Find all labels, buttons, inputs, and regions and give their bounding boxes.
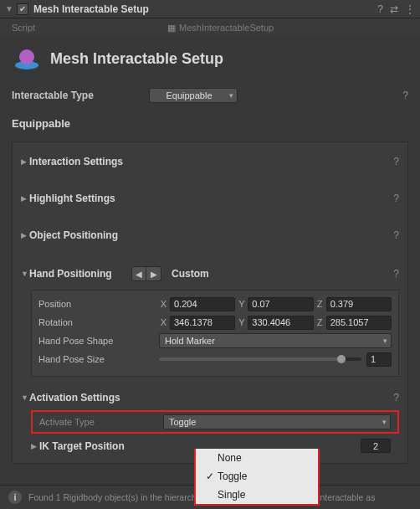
slider-thumb[interactable] bbox=[337, 355, 346, 363]
position-label: Position bbox=[38, 299, 159, 309]
hand-pose-shape-label: Hand Pose Shape bbox=[38, 336, 159, 346]
panel-big-title: Mesh Interactable Setup bbox=[50, 50, 223, 68]
object-positioning-foldout[interactable]: ▶ Object Positioning ? bbox=[13, 224, 407, 246]
svg-point-1 bbox=[19, 49, 34, 64]
hand-pose-size-slider[interactable] bbox=[159, 357, 361, 361]
preset-icon[interactable]: ⇄ bbox=[390, 3, 398, 15]
interactable-type-dropdown[interactable]: Equippable bbox=[149, 88, 238, 103]
activate-type-highlight: Activate Type Toggle bbox=[31, 410, 399, 434]
chevron-right-icon: ▶ bbox=[31, 442, 39, 450]
activate-option-single[interactable]: Single bbox=[196, 486, 318, 504]
help-icon[interactable]: ? bbox=[393, 156, 399, 167]
ik-target-count-input[interactable] bbox=[361, 439, 391, 453]
help-icon[interactable]: ? bbox=[393, 229, 399, 241]
chevron-right-icon: ▶ bbox=[21, 157, 29, 166]
more-icon[interactable]: ⋮ bbox=[405, 3, 415, 15]
rotation-z-input[interactable] bbox=[326, 316, 392, 330]
help-icon[interactable]: ? bbox=[377, 3, 383, 15]
position-y-input[interactable] bbox=[248, 297, 313, 311]
help-icon[interactable]: ? bbox=[393, 193, 399, 204]
hand-pose-size-input[interactable] bbox=[366, 352, 392, 367]
position-x-input[interactable] bbox=[170, 297, 235, 311]
activate-type-label: Activate Type bbox=[34, 417, 163, 427]
activate-option-none[interactable]: None bbox=[196, 449, 318, 467]
interactable-type-help-icon[interactable]: ? bbox=[402, 90, 408, 101]
rotation-label: Rotation bbox=[38, 317, 159, 327]
script-value: MeshInteractableSetup bbox=[179, 23, 274, 33]
script-field: ▦ MeshInteractableSetup bbox=[167, 23, 408, 33]
chevron-right-icon: ▶ bbox=[21, 231, 29, 239]
info-icon: i bbox=[8, 491, 22, 504]
activate-type-dropdown[interactable]: Toggle bbox=[163, 414, 391, 429]
chevron-right-icon: ▶ bbox=[21, 194, 29, 203]
component-title: Mesh Interactable Setup bbox=[33, 3, 371, 15]
hand-pose-size-label: Hand Pose Size bbox=[38, 354, 159, 364]
activate-option-toggle[interactable]: ✓ Toggle bbox=[196, 467, 318, 486]
chevron-down-icon: ▼ bbox=[21, 393, 29, 402]
mesh-interactable-logo-icon bbox=[12, 44, 42, 74]
hand-pose-shape-dropdown[interactable]: Hold Marker bbox=[159, 333, 392, 348]
help-icon[interactable]: ? bbox=[393, 392, 399, 404]
rotation-y-input[interactable] bbox=[248, 316, 313, 330]
interactable-type-label: Interactable Type bbox=[12, 90, 149, 101]
activate-type-menu[interactable]: None ✓ Toggle Single bbox=[194, 449, 320, 506]
prev-button[interactable]: ◀ bbox=[131, 266, 146, 281]
collapse-arrow-icon[interactable]: ▼ bbox=[5, 4, 13, 13]
interaction-settings-foldout[interactable]: ▶ Interaction Settings ? bbox=[13, 151, 407, 172]
position-z-input[interactable] bbox=[326, 297, 392, 311]
rotation-x-input[interactable] bbox=[170, 316, 235, 330]
script-label: Script bbox=[12, 23, 167, 33]
chevron-down-icon: ▼ bbox=[21, 270, 29, 278]
activation-settings-foldout[interactable]: ▼ Activation Settings ? bbox=[13, 387, 407, 409]
enabled-checkbox[interactable]: ✔ bbox=[17, 3, 28, 15]
next-button[interactable]: ▶ bbox=[146, 266, 161, 281]
script-file-icon: ▦ bbox=[167, 23, 176, 33]
highlight-settings-foldout[interactable]: ▶ Highlight Settings ? bbox=[13, 188, 407, 209]
check-icon: ✓ bbox=[202, 470, 218, 482]
hand-positioning-mode: Custom bbox=[172, 268, 209, 280]
help-icon[interactable]: ? bbox=[393, 268, 399, 280]
equippable-section-label: Equippable bbox=[0, 107, 420, 136]
hand-positioning-foldout[interactable]: ▼ Hand Positioning ◀ ▶ Custom ? bbox=[13, 261, 407, 286]
